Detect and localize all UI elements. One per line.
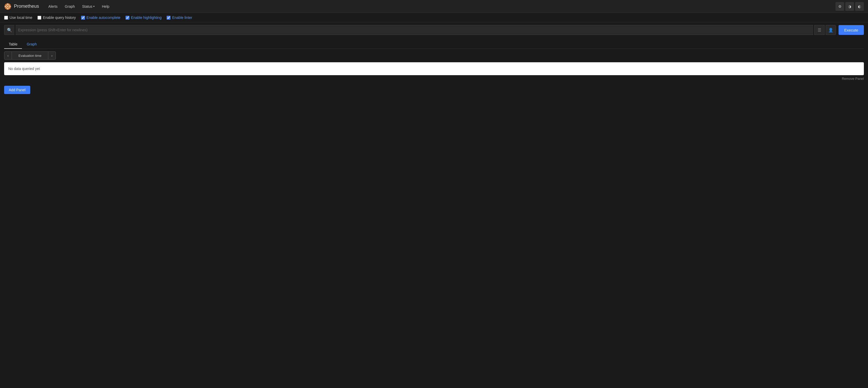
enable-autocomplete-checkbox[interactable] [81,16,85,20]
main-content: Table Graph ‹ Evaluation time › No data … [0,37,868,97]
navbar: Prometheus Alerts Graph Status Help ⚙ ◑ … [0,0,868,13]
execute-button[interactable]: Execute [839,25,864,35]
use-local-time-checkbox[interactable] [4,16,8,20]
search-icon: 🔍 [4,25,14,35]
use-local-time-text: Use local time [9,15,32,20]
enable-autocomplete-text: Enable autocomplete [87,15,121,20]
tab-graph[interactable]: Graph [22,40,41,49]
load-metrics-button[interactable]: 👤 [826,25,836,35]
remove-panel-link[interactable]: Remove Panel [842,77,864,80]
enable-query-history-checkbox[interactable] [37,16,41,20]
nav-help[interactable]: Help [99,3,113,10]
settings-button[interactable]: ⚙ [835,2,844,11]
prometheus-logo [4,3,11,10]
use-local-time-label[interactable]: Use local time [4,15,32,20]
contrast-button[interactable]: ◐ [855,2,864,11]
options-bar: Use local time Enable query history Enab… [0,13,868,23]
enable-linter-label[interactable]: Enable linter [167,15,192,20]
eval-next-button[interactable]: › [48,52,56,60]
eval-time-display[interactable]: Evaluation time [12,52,48,60]
enable-highlighting-label[interactable]: Enable highlighting [126,15,161,20]
enable-highlighting-checkbox[interactable] [126,16,129,20]
enable-query-history-label[interactable]: Enable query history [37,15,76,20]
enable-autocomplete-label[interactable]: Enable autocomplete [81,15,121,20]
remove-panel-row: Remove Panel [4,75,864,82]
enable-linter-checkbox[interactable] [167,16,170,20]
navbar-nav: Alerts Graph Status Help [45,3,835,10]
expression-input[interactable] [16,25,813,35]
enable-highlighting-text: Enable highlighting [131,15,161,20]
nav-alerts[interactable]: Alerts [45,3,61,10]
add-panel-button[interactable]: Add Panel [4,86,30,94]
navbar-brand[interactable]: Prometheus [4,3,39,10]
tab-bar: Table Graph [4,40,864,49]
svg-point-2 [7,6,8,7]
nav-graph[interactable]: Graph [62,3,78,10]
evaluation-time-row: ‹ Evaluation time › [4,52,864,60]
format-query-button[interactable]: ☰ [814,25,825,35]
no-data-message: No data queried yet [8,67,40,71]
query-bar: 🔍 ☰ 👤 Execute [0,23,868,37]
eval-prev-button[interactable]: ‹ [4,52,12,60]
nav-status[interactable]: Status [79,3,98,10]
data-area: No data queried yet [4,62,864,75]
navbar-icon-group: ⚙ ◑ ◐ [835,2,864,11]
app-title: Prometheus [14,4,39,9]
enable-query-history-text: Enable query history [43,15,76,20]
theme-button[interactable]: ◑ [845,2,854,11]
enable-linter-text: Enable linter [172,15,192,20]
tab-table[interactable]: Table [4,40,22,49]
